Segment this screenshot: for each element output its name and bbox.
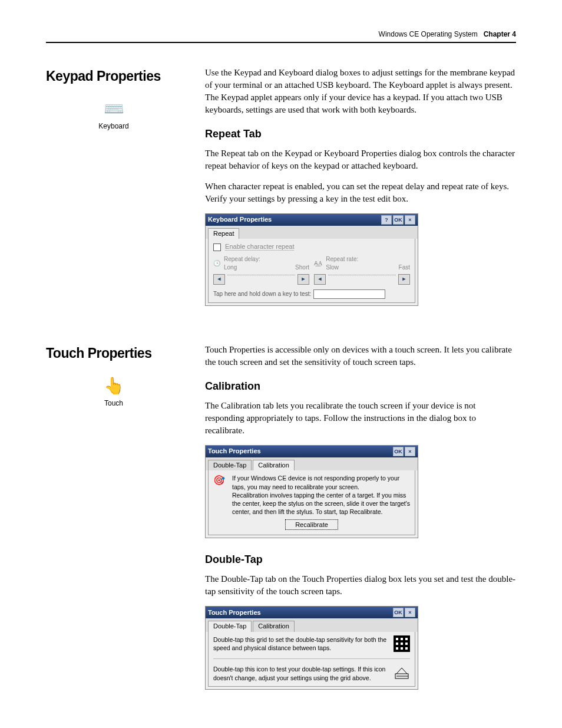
rate-fast: Fast <box>399 263 410 272</box>
keypad-intro: Use the Keypad and Keyboard dialog boxes… <box>205 67 516 116</box>
calibration-msg1: If your Windows CE device is not respond… <box>232 474 410 490</box>
repeat-p2: When character repeat is enabled, you ca… <box>205 180 516 205</box>
repeat-tab-title: Repeat Tab <box>205 127 516 141</box>
repeat-delay-slider[interactable]: ◄ ► <box>213 274 309 285</box>
tab-double-tap[interactable]: Double-Tap <box>208 621 252 631</box>
dialog-title: Touch Properties <box>208 608 261 617</box>
section-title-keypad: Keypad Properties <box>46 67 181 85</box>
touch-applet-icon: 👆 Touch <box>46 374 181 409</box>
running-header: Windows CE Operating System Chapter 4 <box>46 29 516 43</box>
calibration-p1: The Calibration tab lets you recalibrate… <box>205 400 516 437</box>
dialog-title: Keyboard Properties <box>208 215 272 224</box>
keyboard-applet-icon: ⌨️ Keyboard <box>46 97 181 131</box>
doubletap-msg1: Double-tap this grid to set the double-t… <box>213 635 410 653</box>
recalibrate-button[interactable]: Recalibrate <box>285 519 338 530</box>
test-icon[interactable] <box>394 665 410 681</box>
enable-repeat-row[interactable]: Enable character repeat <box>213 242 410 251</box>
calibration-icon: 🎯 <box>213 474 226 487</box>
clock-icon: 🕒 <box>213 259 220 268</box>
ok-button[interactable]: OK <box>393 608 404 617</box>
ok-button[interactable]: OK <box>393 447 404 456</box>
tab-calibration[interactable]: Calibration <box>253 460 295 470</box>
section-title-touch: Touch Properties <box>46 344 181 363</box>
enable-repeat-label: Enable character repeat <box>225 243 294 251</box>
repeat-rate-slider[interactable]: ◄ ► <box>314 274 410 285</box>
touch-intro: Touch Properties is accessible only on d… <box>205 344 516 368</box>
test-label: Tap here and hold down a key to test: <box>213 290 311 298</box>
keyboard-icon: ⌨️ <box>46 97 181 120</box>
rate-left-button[interactable]: ◄ <box>314 274 326 285</box>
delay-left-button[interactable]: ◄ <box>213 274 225 285</box>
delay-long: Long <box>224 263 237 272</box>
touch-properties-doubletap-dialog: Touch Properties OK × Double-Tap Calibra… <box>205 606 418 689</box>
help-button[interactable]: ? <box>381 215 392 225</box>
tab-repeat[interactable]: Repeat <box>208 228 239 239</box>
test-input[interactable] <box>313 289 385 299</box>
dialog-title: Touch Properties <box>208 447 261 456</box>
rate-slow: Slow <box>326 263 339 272</box>
ok-button[interactable]: OK <box>393 215 404 225</box>
repeat-p1: The Repeat tab on the Keypad or Keyboard… <box>205 147 516 172</box>
double-tap-p1: The Double-Tap tab on the Touch Properti… <box>205 573 516 598</box>
delay-short: Short <box>295 263 309 272</box>
calibration-title: Calibration <box>205 379 516 394</box>
close-button[interactable]: × <box>405 215 415 225</box>
tab-double-tap[interactable]: Double-Tap <box>208 460 252 470</box>
keyboard-properties-dialog: Keyboard Properties ? OK × Repeat Enable… <box>205 213 418 306</box>
delay-right-button[interactable]: ► <box>297 274 309 285</box>
repeat-delay-label: Repeat delay: <box>224 255 309 263</box>
enable-repeat-checkbox[interactable] <box>213 243 221 251</box>
rate-right-button[interactable]: ► <box>398 274 410 285</box>
rate-icon: A͟A <box>314 259 322 268</box>
keyboard-icon-label: Keyboard <box>98 122 128 130</box>
header-chapter: Chapter 4 <box>484 29 516 39</box>
sensitivity-grid-icon[interactable] <box>394 635 410 652</box>
touch-icon-label: Touch <box>104 399 123 407</box>
close-button[interactable]: × <box>405 447 415 456</box>
divider <box>213 658 410 659</box>
close-button[interactable]: × <box>405 608 415 617</box>
touch-properties-calibration-dialog: Touch Properties OK × Double-Tap Calibra… <box>205 445 418 538</box>
tab-calibration[interactable]: Calibration <box>253 621 295 631</box>
touch-icon: 👆 <box>46 374 181 397</box>
double-tap-title: Double-Tap <box>205 552 516 567</box>
doubletap-msg2: Double-tap this icon to test your double… <box>213 665 410 682</box>
repeat-rate-label: Repeat rate: <box>326 255 410 263</box>
calibration-msg2: Recalibration involves tapping the cente… <box>232 491 410 516</box>
header-section: Windows CE Operating System <box>379 29 478 39</box>
